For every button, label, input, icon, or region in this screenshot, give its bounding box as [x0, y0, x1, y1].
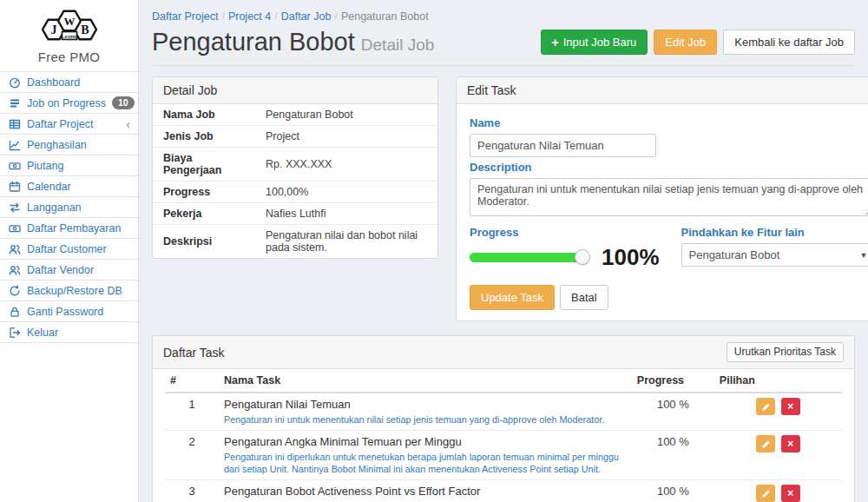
task-name-input[interactable] — [470, 134, 656, 157]
main-content: Daftar Project/Project 4/Daftar Job/Peng… — [139, 0, 868, 502]
detail-row-value: Pengaturan nilai dan bobot nilai pada si… — [255, 225, 437, 259]
sidebar-item-daftar-customer[interactable]: Daftar Customer — [0, 239, 138, 260]
sidebar: J W B .com Free PMO Dashboard Job on Pro… — [0, 0, 139, 502]
breadcrumb-link[interactable]: Daftar Job — [281, 10, 332, 23]
sidebar-item-label: Dashboard — [27, 76, 80, 89]
move-feature-select[interactable]: Pengaturan Bobot — [681, 243, 868, 267]
sort-priority-button-top[interactable]: Urutkan Prioritas Task — [727, 342, 844, 362]
edit-task-panel-heading: Edit Task — [457, 77, 868, 104]
sidebar-item-ganti-password[interactable]: Ganti Password — [0, 301, 138, 322]
line-chart-icon — [8, 139, 21, 151]
app-logo[interactable]: J W B .com Free PMO — [0, 0, 138, 71]
delete-task-row-button[interactable]: × — [781, 435, 800, 452]
detail-row-label: Biaya Pengerjaan — [153, 148, 255, 182]
money-icon — [8, 160, 21, 172]
task-row-description: Pengaturan ini untuk menentukan nilai se… — [224, 413, 627, 426]
edit-task-title: Edit Task — [467, 83, 516, 97]
task-row-name: Pengaturan Angka Minimal Temuan per Ming… — [224, 435, 627, 448]
sidebar-item-backup-restore-db[interactable]: Backup/Restore DB — [0, 281, 138, 301]
pencil-icon — [761, 439, 771, 449]
edit-job-button[interactable]: Edit Job — [654, 30, 717, 55]
detail-row-label: Jenis Job — [153, 126, 255, 148]
detail-job-row: Biaya Pengerjaan Rp. XXX.XXX — [153, 148, 437, 182]
sidebar-item-penghasilan[interactable]: Penghasilan — [0, 135, 138, 155]
task-row-name: Pengaturan Bobot Activeness Point vs Eff… — [224, 485, 627, 498]
refresh-icon — [8, 285, 21, 297]
progress-slider[interactable] — [470, 253, 584, 262]
close-icon: × — [787, 401, 793, 412]
breadcrumb: Daftar Project/Project 4/Daftar Job/Peng… — [152, 5, 855, 24]
table-row: 3 Pengaturan Bobot Activeness Point vs E… — [165, 480, 842, 502]
input-job-baru-button[interactable]: + Input Job Baru — [541, 30, 648, 55]
task-row-name-cell: Pengaturan Nilai Temuan Pengaturan ini u… — [219, 393, 632, 431]
progress-slider-handle[interactable] — [575, 249, 590, 265]
sign-out-icon — [8, 327, 21, 339]
sidebar-item-label: Daftar Project — [27, 118, 93, 130]
detail-job-row: Pekerja Nafies Luthfi — [153, 203, 437, 225]
edit-task-row-button[interactable] — [756, 485, 775, 502]
progress-slider-fill — [470, 253, 584, 262]
sidebar-item-label: Calendar — [27, 181, 71, 193]
detail-row-label: Nama Job — [153, 104, 255, 126]
col-header-no: # — [165, 369, 219, 393]
task-description-textarea[interactable]: Pengaturan ini untuk menentukan nilai se… — [470, 178, 868, 216]
task-row-name-cell: Pengaturan Angka Minimal Temuan per Ming… — [219, 431, 632, 480]
delete-task-row-button[interactable]: × — [781, 485, 800, 502]
sidebar-item-daftar-project[interactable]: Daftar Project ‹ — [0, 114, 138, 135]
delete-task-row-button[interactable]: × — [781, 398, 800, 415]
description-label: Description — [470, 161, 868, 174]
task-row-progress: 100 % — [632, 393, 714, 431]
edit-task-panel: Edit Task Name Description Pengaturan in… — [456, 76, 868, 321]
panels-row: Detail Job Nama Job Pengaturan Bobot Jen… — [152, 76, 855, 321]
sidebar-item-job-on-progress[interactable]: Job on Progress 10 — [0, 93, 138, 114]
detail-row-value: Pengaturan Bobot — [255, 104, 437, 126]
kembali-button[interactable]: Kembali ke daftar Job — [723, 30, 855, 55]
users-icon — [8, 243, 21, 255]
sidebar-item-dashboard[interactable]: Dashboard — [0, 72, 138, 93]
sidebar-item-keluar[interactable]: Keluar — [0, 322, 138, 343]
task-table-wrap: # Nama Task Progress Pilihan 1 Pengatura… — [153, 369, 854, 502]
batal-button[interactable]: Batal — [560, 285, 608, 310]
jwb-logo-icon: J W B .com — [33, 5, 106, 45]
lock-icon — [8, 306, 21, 318]
move-feature-label: Pindahkan ke Fitur lain — [681, 226, 868, 239]
detail-row-value: Rp. XXX.XXX — [255, 148, 437, 182]
sidebar-item-label: Keluar — [27, 327, 58, 339]
sidebar-item-daftar-vendor[interactable]: Daftar Vendor — [0, 260, 138, 281]
page-header: Pengaturan BobotDetail Job + Input Job B… — [152, 24, 855, 66]
dashboard-icon — [8, 76, 21, 89]
detail-row-label: Deskripsi — [153, 225, 255, 259]
table-row: 1 Pengaturan Nilai Temuan Pengaturan ini… — [165, 393, 842, 431]
task-table-body: 1 Pengaturan Nilai Temuan Pengaturan ini… — [165, 393, 842, 502]
detail-job-row: Progress 100,00% — [153, 182, 437, 203]
sidebar-nav: Dashboard Job on Progress 10 Daftar Proj… — [0, 71, 138, 343]
edit-task-row-button[interactable] — [756, 435, 775, 452]
update-task-button[interactable]: Update Task — [470, 285, 555, 310]
progress-move-row: Progress 100% Pindahkan ke Fitur lain — [470, 222, 868, 271]
svg-text:W: W — [63, 15, 75, 28]
page-title-text: Pengaturan Bobot — [152, 28, 355, 56]
detail-job-table: Nama Job Pengaturan Bobot Jenis Job Proj… — [153, 104, 437, 258]
edit-task-row-button[interactable] — [756, 398, 775, 415]
task-row-name: Pengaturan Nilai Temuan — [224, 398, 627, 411]
app-root: J W B .com Free PMO Dashboard Job on Pro… — [0, 0, 868, 502]
detail-job-row: Deskripsi Pengaturan nilai dan bobot nil… — [153, 225, 437, 259]
pencil-icon — [761, 402, 771, 412]
sidebar-item-label: Ganti Password — [27, 306, 103, 318]
edit-task-form: Name Description Pengaturan ini untuk me… — [457, 104, 868, 320]
sidebar-item-langganan[interactable]: Langganan — [0, 197, 138, 218]
breadcrumb-link[interactable]: Daftar Project — [152, 10, 218, 23]
col-header-pilihan: Pilihan — [714, 369, 842, 393]
table-icon — [8, 118, 21, 130]
users-icon — [8, 264, 21, 276]
task-row-actions: × — [714, 393, 842, 431]
breadcrumb-current: Pengaturan Bobot — [341, 10, 429, 23]
sidebar-item-calendar[interactable]: Calendar — [0, 176, 138, 197]
sidebar-item-daftar-pembayaran[interactable]: Daftar Pembayaran — [0, 218, 138, 239]
calendar-icon — [8, 181, 21, 193]
sidebar-item-piutang[interactable]: Piutang — [0, 155, 138, 176]
task-row-actions: × — [714, 431, 842, 480]
col-header-progress: Progress — [632, 369, 714, 393]
breadcrumb-link[interactable]: Project 4 — [228, 10, 271, 23]
breadcrumb-separator: / — [271, 10, 280, 23]
